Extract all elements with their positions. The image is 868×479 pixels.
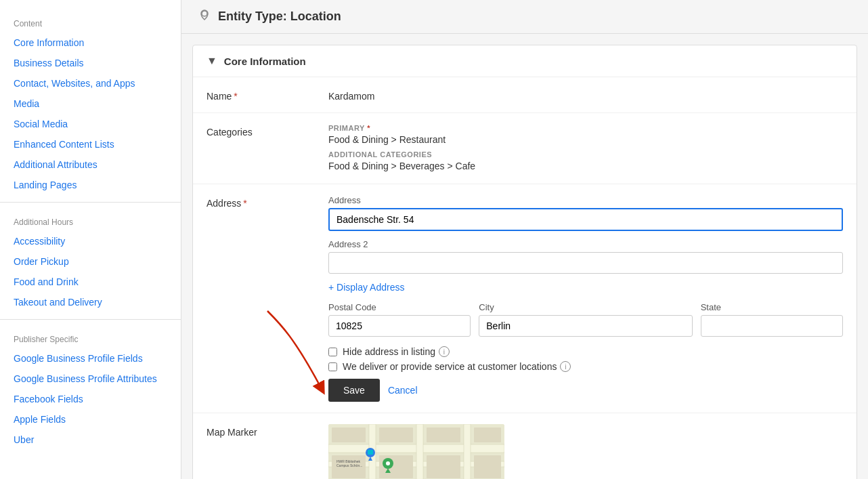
- name-value: Kardamom: [328, 88, 843, 102]
- address2-field-label: Address 2: [328, 239, 843, 249]
- address-row: Address* Address Address 2 + Display Add…: [193, 184, 856, 413]
- action-area: Save Cancel: [328, 379, 843, 402]
- sidebar-item-enhanced-content-lists[interactable]: Enhanced Content Lists: [0, 134, 181, 154]
- address2-input[interactable]: [328, 252, 843, 274]
- additional-category-value: Food & Dining > Beverages > Cafe: [328, 161, 843, 171]
- state-label: State: [701, 302, 843, 312]
- sidebar-divider-1: [0, 202, 181, 203]
- sidebar-item-google-business-profile-fields[interactable]: Google Business Profile Fields: [0, 348, 181, 369]
- deliver-service-info-icon[interactable]: i: [560, 361, 571, 372]
- map-marker-content: HWR Bibliothek Campus Schön...: [328, 424, 843, 479]
- svg-rect-19: [368, 450, 373, 455]
- sidebar-item-social-media[interactable]: Social Media: [0, 114, 181, 134]
- sidebar-item-contact-websites-apps[interactable]: Contact, Websites, and Apps: [0, 73, 181, 93]
- sidebar-item-landing-pages[interactable]: Landing Pages: [0, 175, 181, 195]
- postal-code-label: Postal Code: [328, 302, 471, 312]
- svg-rect-11: [474, 428, 501, 442]
- deliver-service-checkbox[interactable]: [328, 362, 337, 371]
- save-button[interactable]: Save: [328, 379, 380, 402]
- map-marker-label: Map Marker: [207, 424, 328, 438]
- hide-address-row: Hide address in listing i: [328, 346, 843, 357]
- hide-address-info-icon[interactable]: i: [439, 346, 450, 357]
- sidebar-item-media[interactable]: Media: [0, 93, 181, 114]
- postal-code-input[interactable]: [328, 315, 471, 337]
- svg-point-0: [202, 11, 207, 16]
- svg-point-21: [386, 461, 390, 465]
- sidebar-item-business-details[interactable]: Business Details: [0, 53, 181, 73]
- deliver-service-label[interactable]: We deliver or provide service at custome…: [343, 361, 557, 372]
- svg-rect-10: [427, 428, 460, 442]
- chevron-down-icon: ▼: [207, 55, 217, 67]
- main-content: Entity Type: Location ▼ Core Information…: [181, 0, 868, 479]
- hide-address-label[interactable]: Hide address in listing: [343, 346, 435, 357]
- address-input[interactable]: [328, 208, 843, 231]
- svg-rect-7: [464, 424, 471, 479]
- address-content: Address Address 2 + Display Address Post…: [328, 195, 843, 402]
- sidebar-item-order-pickup[interactable]: Order Pickup: [0, 251, 181, 272]
- city-label: City: [479, 302, 692, 312]
- deliver-service-row: We deliver or provide service at custome…: [328, 361, 843, 372]
- city-item: City: [479, 302, 692, 337]
- map-preview: HWR Bibliothek Campus Schön...: [328, 424, 504, 479]
- sidebar-item-core-information[interactable]: Core Information: [0, 33, 181, 53]
- publisher-specific-label: Publisher Specific: [0, 327, 181, 348]
- sidebar-item-google-business-profile-attributes[interactable]: Google Business Profile Attributes: [0, 369, 181, 389]
- sidebar-item-takeout-and-delivery[interactable]: Takeout and Delivery: [0, 292, 181, 312]
- sidebar-item-food-and-drink[interactable]: Food and Drink: [0, 272, 181, 292]
- map-svg: HWR Bibliothek Campus Schön...: [328, 424, 504, 479]
- postal-code-item: Postal Code: [328, 302, 471, 337]
- svg-rect-8: [332, 428, 366, 442]
- page-header: Entity Type: Location: [181, 0, 868, 34]
- address-required-star: *: [243, 198, 246, 209]
- cancel-button[interactable]: Cancel: [388, 385, 418, 396]
- name-required-star: *: [234, 91, 237, 102]
- svg-text:Campus Schön...: Campus Schön...: [337, 463, 362, 467]
- svg-rect-14: [427, 455, 460, 478]
- map-marker-row: Map Marker: [193, 413, 856, 479]
- postal-city-state-row: Postal Code City State: [328, 302, 843, 337]
- primary-category-value: Food & Dining > Restaurant: [328, 134, 843, 145]
- address-field-label: Address: [328, 195, 843, 205]
- sidebar-divider-2: [0, 319, 181, 320]
- categories-label: Categories: [207, 124, 328, 138]
- sidebar: Content Core Information Business Detail…: [0, 0, 181, 479]
- sidebar-item-accessibility[interactable]: Accessibility: [0, 231, 181, 251]
- categories-content: PRIMARY * Food & Dining > Restaurant ADD…: [328, 124, 843, 173]
- svg-rect-9: [379, 428, 413, 442]
- categories-row: Categories PRIMARY * Food & Dining > Res…: [193, 113, 856, 184]
- location-pin-icon: [198, 8, 211, 25]
- core-information-card: ▼ Core Information Name* Kardamom Catego…: [192, 45, 857, 479]
- page-title: Entity Type: Location: [218, 9, 341, 24]
- svg-rect-6: [416, 424, 423, 479]
- name-content: Kardamom: [328, 88, 843, 102]
- primary-category-label: PRIMARY *: [328, 124, 843, 132]
- address-label: Address*: [207, 195, 328, 209]
- svg-rect-15: [474, 455, 501, 478]
- state-input[interactable]: [701, 315, 843, 337]
- action-buttons: Save Cancel: [328, 379, 843, 402]
- sidebar-item-facebook-fields[interactable]: Facebook Fields: [0, 389, 181, 409]
- additional-hours-label: Additional Hours: [0, 209, 181, 231]
- content-section-label: Content: [0, 11, 181, 33]
- name-label: Name*: [207, 88, 328, 102]
- state-item: State: [701, 302, 843, 337]
- hide-address-checkbox[interactable]: [328, 348, 337, 356]
- sidebar-item-uber[interactable]: Uber: [0, 430, 181, 450]
- section-header[interactable]: ▼ Core Information: [193, 45, 856, 77]
- city-input[interactable]: [479, 315, 692, 337]
- primary-required-star: *: [365, 124, 370, 132]
- sidebar-item-apple-fields[interactable]: Apple Fields: [0, 409, 181, 430]
- display-address-link[interactable]: + Display Address: [328, 282, 404, 293]
- section-title: Core Information: [224, 56, 306, 67]
- sidebar-item-additional-attributes[interactable]: Additional Attributes: [0, 154, 181, 175]
- name-row: Name* Kardamom: [193, 77, 856, 113]
- additional-category-label: ADDITIONAL CATEGORIES: [328, 150, 843, 159]
